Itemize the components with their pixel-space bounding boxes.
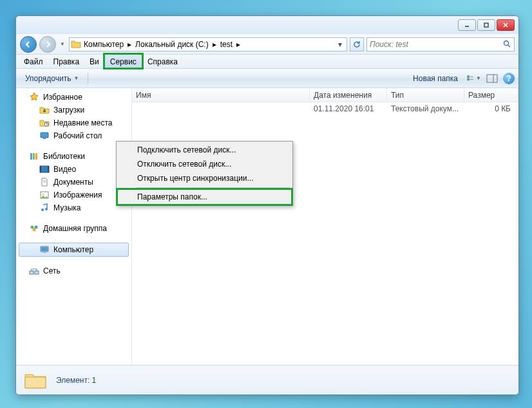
history-dropdown[interactable]: ▼: [59, 37, 66, 51]
chevron-right-icon[interactable]: ▸: [126, 40, 133, 49]
sidebar-computer[interactable]: Компьютер: [19, 243, 129, 257]
command-bar: Упорядочить ▼ Новая папка ▼ ?: [16, 69, 518, 88]
svg-point-25: [41, 209, 44, 211]
menu-help[interactable]: Справка: [142, 55, 183, 68]
sidebar-documents[interactable]: Документы: [16, 176, 131, 189]
column-type[interactable]: Тип: [387, 88, 464, 102]
file-list: Имя Дата изменения Тип Размер 01.11.2020…: [132, 88, 518, 365]
back-button[interactable]: [20, 36, 37, 53]
menu-view[interactable]: Ви: [84, 55, 104, 68]
pictures-icon: [39, 190, 50, 200]
menu-file[interactable]: Файл: [19, 55, 48, 68]
file-row[interactable]: 01.11.2020 16:01 Текстовый докум... 0 КБ: [132, 102, 518, 115]
column-headers: Имя Дата изменения Тип Размер: [132, 88, 518, 102]
svg-point-24: [43, 194, 44, 196]
content-area: Избранное Загрузки Недавние места Рабочи…: [16, 88, 518, 365]
documents-icon: [39, 177, 50, 187]
svg-line-5: [508, 45, 510, 47]
explorer-window: ▼ Компьютер ▸ Локальный диск (C:) ▸ test…: [15, 15, 519, 395]
libraries-group[interactable]: Библиотеки: [16, 150, 131, 163]
svg-rect-34: [35, 271, 39, 274]
maximize-button[interactable]: [477, 19, 495, 31]
svg-rect-7: [468, 79, 470, 80]
navigation-bar: ▼ Компьютер ▸ Локальный диск (C:) ▸ test…: [16, 34, 518, 55]
libraries-icon: [29, 151, 39, 162]
svg-rect-17: [35, 153, 37, 160]
address-dropdown[interactable]: ▾: [335, 40, 345, 49]
svg-point-4: [504, 41, 509, 46]
preview-pane-button[interactable]: [485, 73, 499, 84]
sidebar-pictures[interactable]: Изображения: [16, 189, 131, 201]
search-box[interactable]: [366, 37, 515, 51]
forward-button[interactable]: [39, 36, 56, 53]
refresh-button[interactable]: [350, 37, 364, 51]
svg-rect-10: [487, 75, 497, 82]
svg-rect-31: [41, 247, 48, 251]
column-date[interactable]: Дата изменения: [310, 88, 387, 102]
search-icon: [503, 40, 511, 48]
svg-rect-33: [30, 271, 33, 274]
svg-point-26: [45, 208, 48, 210]
menu-separator: [136, 187, 290, 188]
menu-disconnect-drive[interactable]: Отключить сетевой диск...: [118, 157, 291, 171]
sidebar-desktop[interactable]: Рабочий стол: [16, 129, 131, 142]
sidebar-recent[interactable]: Недавние места: [16, 116, 131, 129]
menu-edit[interactable]: Правка: [48, 55, 85, 68]
minimize-button[interactable]: [458, 19, 476, 31]
menu-folder-options[interactable]: Параметры папок...: [118, 190, 291, 204]
file-size-cell: 0 КБ: [464, 104, 518, 113]
svg-rect-16: [33, 153, 35, 160]
menu-bar: Файл Правка Ви Сервис Справка: [16, 55, 518, 69]
downloads-icon: [39, 105, 50, 115]
separator: [88, 73, 88, 84]
svg-rect-1: [484, 23, 488, 27]
sidebar-network[interactable]: Сеть: [16, 264, 131, 277]
star-icon: [29, 92, 39, 102]
file-date-cell: 01.11.2020 16:01: [310, 104, 387, 113]
music-icon: [39, 203, 50, 213]
menu-service[interactable]: Сервис: [104, 54, 142, 68]
chevron-right-icon[interactable]: ▸: [235, 40, 242, 49]
svg-point-28: [35, 226, 38, 229]
navigation-pane: Избранное Загрузки Недавние места Рабочи…: [16, 88, 132, 365]
network-icon: [29, 266, 39, 276]
homegroup-icon: [29, 223, 39, 234]
desktop-icon: [39, 131, 50, 141]
breadcrumb[interactable]: Компьютер: [82, 40, 125, 49]
folder-icon: [71, 39, 81, 50]
svg-rect-6: [468, 75, 470, 77]
sidebar-downloads[interactable]: Загрузки: [16, 104, 131, 116]
organize-button[interactable]: Упорядочить ▼: [20, 72, 84, 85]
breadcrumb[interactable]: test: [219, 40, 234, 49]
svg-rect-14: [43, 138, 46, 139]
view-options-button[interactable]: ▼: [467, 73, 481, 84]
svg-point-27: [31, 226, 34, 229]
computer-icon: [39, 245, 50, 255]
status-bar: Элемент: 1: [16, 365, 518, 394]
address-bar[interactable]: Компьютер ▸ Локальный диск (C:) ▸ test ▸…: [69, 37, 347, 51]
file-type-cell: Текстовый докум...: [387, 104, 464, 113]
menu-map-drive[interactable]: Подключить сетевой диск...: [118, 143, 291, 157]
sidebar-music[interactable]: Музыка: [16, 201, 131, 214]
svg-rect-18: [40, 166, 49, 172]
svg-rect-20: [48, 166, 49, 172]
search-input[interactable]: [370, 40, 503, 49]
breadcrumb[interactable]: Локальный диск (C:): [134, 40, 210, 49]
favorites-group[interactable]: Избранное: [16, 91, 131, 104]
status-text: Элемент: 1: [56, 376, 96, 385]
svg-rect-13: [41, 133, 48, 138]
help-button[interactable]: ?: [503, 73, 515, 84]
svg-rect-19: [40, 166, 41, 172]
sidebar-videos[interactable]: Видео: [16, 163, 131, 176]
svg-rect-32: [43, 252, 46, 253]
newfolder-button[interactable]: Новая папка: [408, 72, 463, 85]
service-menu-dropdown: Подключить сетевой диск... Отключить сет…: [116, 141, 293, 206]
menu-sync-center[interactable]: Открыть центр синхронизации...: [118, 171, 291, 185]
column-name[interactable]: Имя: [132, 88, 310, 102]
homegroup[interactable]: Домашняя группа: [16, 222, 131, 235]
recent-icon: [39, 118, 50, 128]
column-size[interactable]: Размер: [464, 88, 518, 102]
chevron-right-icon[interactable]: ▸: [211, 40, 218, 49]
svg-rect-15: [30, 153, 32, 160]
close-button[interactable]: [497, 19, 515, 31]
